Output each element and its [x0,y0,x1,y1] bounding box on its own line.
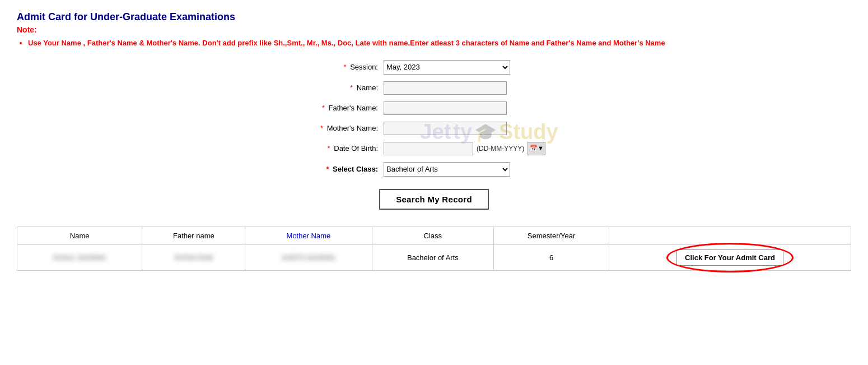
fathers-required-star: * [322,104,325,112]
cell-father: RATAN RAM [142,244,245,270]
col-header-action [609,227,851,244]
class-select[interactable]: Bachelor of Arts Bachelor of Science Bac… [384,162,510,177]
cell-class: Bachelor of Arts [372,244,494,270]
class-required-star: * [326,165,329,173]
admit-card-wrapper: Click For Your Admit Card [676,250,783,266]
dob-label: * Date Of Birth: [294,144,384,153]
dob-row: * Date Of Birth: (DD-MM-YYYY) 📅▼ [294,142,574,155]
cell-action: Click For Your Admit Card [609,244,851,270]
class-label: * Select Class: [294,165,384,173]
form-section: Jetty 🎓 Study * Session: May, 2023 Novem… [17,60,851,210]
col-header-class: Class [372,227,494,244]
col-header-name: Name [17,227,142,244]
dob-input-group: (DD-MM-YYYY) 📅▼ [384,142,545,155]
dob-hint: (DD-MM-YYYY) [477,145,524,153]
cell-mother: SARITA SHARMA [245,244,372,270]
page-title: Admit Card for Under-Graduate Examinatio… [17,11,851,23]
table-row: RAHUL SHARMA RATAN RAM SARITA SHARMA Bac… [17,244,851,270]
cell-semester: 6 [494,244,609,270]
name-required-star: * [350,84,353,92]
col-header-mother: Mother Name [245,227,372,244]
dob-required-star: * [328,144,330,153]
note-label: Note: [17,25,851,34]
student-name-blurred: RAHUL SHARMA [53,254,106,262]
father-name-blurred: RATAN RAM [174,254,213,262]
session-row: * Session: May, 2023 November, 2022 May,… [294,60,574,75]
mothers-name-row: * Mother's Name: [294,122,574,135]
name-row: * Name: [294,81,574,95]
session-select[interactable]: May, 2023 November, 2022 May, 2022 [384,60,510,75]
calendar-icon: 📅▼ [530,145,544,152]
class-row: * Select Class: Bachelor of Arts Bachelo… [294,162,574,177]
admit-card-button[interactable]: Click For Your Admit Card [676,250,783,266]
session-label: * Session: [294,63,384,71]
results-table: Name Father name Mother Name Class Semes… [17,227,851,271]
mothers-name-input[interactable] [384,122,507,135]
cell-name: RAHUL SHARMA [17,244,142,270]
fathers-name-label: * Father's Name: [294,104,384,112]
fathers-name-row: * Father's Name: [294,101,574,115]
search-button[interactable]: Search My Record [379,189,489,210]
calendar-button[interactable]: 📅▼ [528,142,545,155]
mothers-required-star: * [320,124,323,132]
mothers-name-label: * Mother's Name: [294,124,384,132]
fathers-name-input[interactable] [384,101,507,115]
note-text: Use Your Name , Father's Name & Mother's… [28,38,851,49]
col-header-semester: Semester/Year [494,227,609,244]
session-required-star: * [343,63,346,71]
name-label: * Name: [294,84,384,92]
col-header-father: Father name [142,227,245,244]
mother-name-blurred: SARITA SHARMA [282,254,335,262]
dob-input[interactable] [384,142,473,155]
name-input[interactable] [384,81,507,95]
